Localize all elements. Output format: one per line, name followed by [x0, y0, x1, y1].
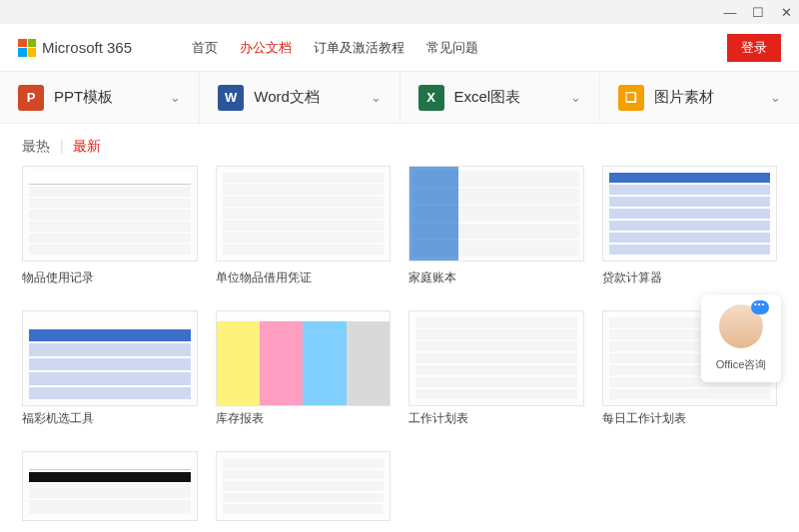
template-grid: 物品使用记录 单位物品借用凭证 家庭账本 贷款计算器 福彩机选工具 库存报表 工…: [0, 166, 799, 521]
template-card[interactable]: [22, 451, 198, 521]
cat-excel-label: Excel图表: [454, 88, 521, 107]
header: Microsoft 365 首页 办公文档 订单及激活教程 常见问题 登录: [0, 24, 799, 72]
window-max-icon[interactable]: ☐: [749, 3, 767, 21]
chat-label: Office咨询: [716, 358, 767, 370]
thumb: [216, 310, 392, 406]
nav-faq[interactable]: 常见问题: [426, 39, 478, 57]
filter-hot[interactable]: 最热: [22, 138, 50, 154]
card-title: 工作计划表: [408, 410, 584, 427]
thumb: [408, 310, 584, 406]
nav-home[interactable]: 首页: [192, 39, 218, 57]
card-title: 单位物品借用凭证: [216, 269, 392, 286]
template-card[interactable]: 贷款计算器: [602, 166, 778, 286]
login-button[interactable]: 登录: [727, 34, 781, 62]
filter-new[interactable]: 最新: [73, 138, 101, 154]
thumb: [22, 310, 198, 406]
cat-ppt-label: PPT模板: [54, 88, 113, 107]
top-nav: 首页 办公文档 订单及激活教程 常见问题: [192, 39, 478, 57]
cat-ppt[interactable]: P PPT模板 ⌄: [0, 72, 199, 123]
card-title: 福彩机选工具: [22, 410, 198, 427]
thumb: [216, 166, 392, 262]
category-bar: P PPT模板 ⌄ W Word文档 ⌄ X Excel图表 ⌄ ❏ 图片素材 …: [0, 72, 799, 124]
cat-excel[interactable]: X Excel图表 ⌄: [400, 72, 599, 123]
chevron-down-icon: ⌄: [770, 90, 781, 105]
nav-docs[interactable]: 办公文档: [240, 39, 292, 57]
brand-label: Microsoft 365: [42, 39, 132, 56]
cat-img-label: 图片素材: [654, 88, 714, 107]
window-close-icon[interactable]: ✕: [777, 3, 795, 21]
template-card[interactable]: 工作计划表: [408, 310, 584, 427]
window-min-icon[interactable]: —: [721, 3, 739, 21]
chat-bubble-icon: [751, 300, 769, 314]
image-icon: ❏: [618, 85, 644, 111]
template-card[interactable]: 福彩机选工具: [22, 310, 198, 427]
cat-word[interactable]: W Word文档 ⌄: [199, 72, 399, 123]
chevron-down-icon: ⌄: [570, 90, 581, 105]
office-chat-widget[interactable]: Office咨询: [701, 294, 781, 382]
thumb: [22, 166, 198, 262]
excel-icon: X: [418, 85, 444, 111]
ppt-icon: P: [18, 85, 44, 111]
card-title: 库存报表: [216, 410, 392, 427]
microsoft-logo-icon: [18, 39, 36, 57]
word-icon: W: [218, 85, 244, 111]
filter-sep: |: [60, 138, 64, 154]
chevron-down-icon: ⌄: [170, 90, 181, 105]
thumb: [408, 166, 584, 262]
thumb: [216, 451, 392, 521]
thumb: [602, 166, 778, 262]
chevron-down-icon: ⌄: [371, 90, 382, 105]
template-card[interactable]: 库存报表: [216, 310, 392, 427]
cat-word-label: Word文档: [254, 88, 320, 107]
nav-order[interactable]: 订单及激活教程: [314, 39, 404, 57]
cat-img[interactable]: ❏ 图片素材 ⌄: [599, 72, 799, 123]
card-title: 家庭账本: [408, 269, 584, 286]
card-title: 贷款计算器: [602, 269, 778, 286]
template-card[interactable]: 物品使用记录: [22, 166, 198, 286]
template-card[interactable]: 家庭账本: [408, 166, 584, 286]
filter-tabs: 最热 | 最新: [0, 124, 799, 166]
card-title: 物品使用记录: [22, 269, 198, 286]
card-title: 每日工作计划表: [602, 410, 778, 427]
template-card[interactable]: 单位物品借用凭证: [216, 166, 392, 286]
template-card[interactable]: [216, 451, 392, 521]
chat-avatar-icon: [719, 304, 763, 348]
thumb: [22, 451, 198, 521]
window-titlebar: — ☐ ✕: [0, 0, 799, 24]
